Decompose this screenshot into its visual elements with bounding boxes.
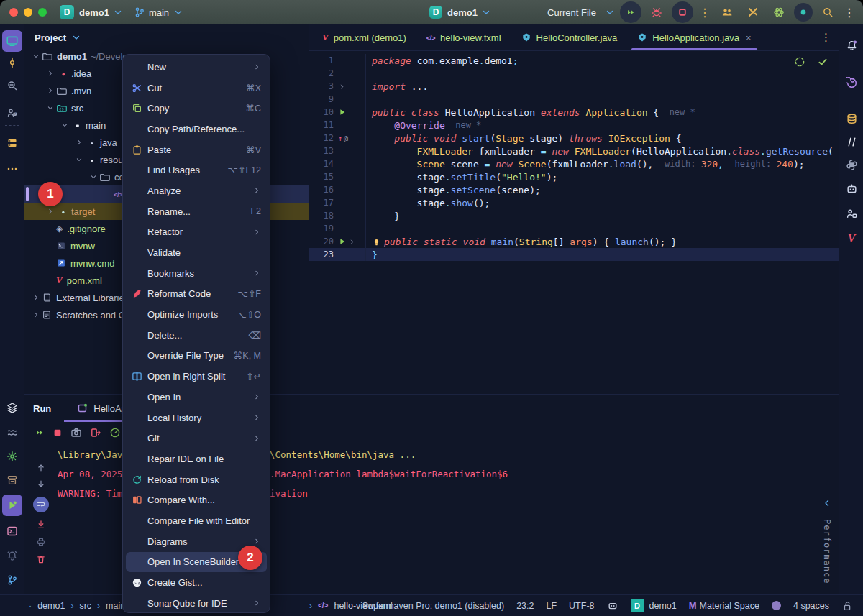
- chevron-right-icon[interactable]: [45, 69, 56, 78]
- stripe-archive-button[interactable]: [1, 469, 24, 491]
- minimize-window-button[interactable]: [24, 8, 32, 17]
- close-window-button[interactable]: [9, 8, 18, 17]
- stripe-usage-people-button[interactable]: ?: [1, 102, 24, 124]
- main-menu-tools-icon[interactable]: [742, 1, 764, 23]
- softwrap-console-button[interactable]: [33, 497, 49, 512]
- menu-item-compare-with[interactable]: Compare With...: [123, 489, 270, 510]
- code-line-20[interactable]: 20public static void main(String[] args)…: [309, 235, 839, 248]
- overrides-gutter-icon[interactable]: ↑: [338, 134, 342, 142]
- menu-item-rename[interactable]: Rename...F2: [123, 201, 270, 222]
- tab-list-icon[interactable]: ⋮: [821, 31, 831, 44]
- code-line-10[interactable]: 10public class HelloApplication extends …: [309, 106, 839, 119]
- stripe-maven-button[interactable]: V: [840, 228, 863, 249]
- stop-button[interactable]: [672, 1, 693, 23]
- intention-bulb-icon[interactable]: [372, 237, 381, 247]
- stripe-supermaven-button[interactable]: [840, 131, 863, 152]
- stripe-ai-assistant-button[interactable]: [840, 72, 863, 93]
- stripe-commit-button[interactable]: [1, 52, 24, 73]
- code-line-9[interactable]: 9: [309, 93, 839, 106]
- code-line-16[interactable]: 16 stage.setScene(scene);: [309, 183, 839, 196]
- menu-item-validate[interactable]: Validate: [123, 242, 270, 263]
- code-line-18[interactable]: 18 }: [309, 209, 839, 222]
- chevron-right-icon[interactable]: [45, 207, 56, 216]
- supermaven-status[interactable]: Supermaven Pro: demo1 (disabled): [362, 601, 504, 611]
- theme-name[interactable]: Material Space: [700, 601, 759, 611]
- stripe-run-button[interactable]: [2, 495, 22, 516]
- menu-item-paste[interactable]: Paste⌘V: [123, 139, 270, 160]
- branch-name[interactable]: main: [149, 7, 169, 18]
- menu-item-reformat-code[interactable]: Reformat Code⌥⇧F: [123, 284, 270, 305]
- close-tab-icon[interactable]: ×: [746, 32, 752, 43]
- code-line-23[interactable]: 23}: [309, 248, 839, 261]
- menu-item-compare-file-with-editor[interactable]: Compare File with Editor: [123, 510, 270, 531]
- code-line-19[interactable]: 19: [309, 222, 839, 235]
- stripe-database-button[interactable]: [840, 108, 863, 129]
- code-line-12[interactable]: 12↑@ public void start(Stage stage) thro…: [309, 132, 839, 144]
- menu-item-bookmarks[interactable]: Bookmarks: [123, 263, 270, 284]
- line-separator[interactable]: LF: [547, 601, 557, 611]
- editor-tab-hellocontroller-java[interactable]: HelloController.java: [511, 24, 628, 50]
- reader-mode-icon[interactable]: [794, 56, 805, 68]
- trash-console-button[interactable]: [36, 554, 46, 564]
- stripe-more-button[interactable]: [1, 158, 24, 180]
- menu-item-open-in[interactable]: Open In: [123, 387, 270, 408]
- search-everywhere-icon[interactable]: [817, 1, 839, 23]
- atom-plugin-icon[interactable]: [768, 1, 790, 23]
- ai-robot-icon[interactable]: [607, 600, 618, 612]
- stripe-notifications-bell-button[interactable]: [840, 35, 863, 56]
- printer-console-button[interactable]: [36, 537, 46, 547]
- code-editor[interactable]: 1package com.example.demo1;23import ...9…: [309, 51, 839, 394]
- code-line-1[interactable]: 1package com.example.demo1;: [309, 54, 839, 67]
- run-gutter-icon[interactable]: [338, 108, 347, 116]
- caret-position[interactable]: 23:2: [516, 601, 534, 611]
- color-dot-icon[interactable]: [772, 601, 781, 610]
- code-line-2[interactable]: 2: [309, 67, 839, 80]
- menu-item-reload-from-disk[interactable]: Reload from Disk: [123, 469, 270, 490]
- stripe-layers-button[interactable]: [1, 397, 24, 418]
- stripe-ai-chat-button[interactable]: [840, 178, 863, 200]
- stripe-code-with-me-button[interactable]: [840, 203, 863, 224]
- menu-item-new[interactable]: New: [123, 57, 270, 78]
- chevron-right-icon[interactable]: [30, 311, 42, 319]
- project-panel-title[interactable]: Project: [35, 32, 66, 43]
- run-config-selector[interactable]: Current File: [547, 7, 596, 18]
- menu-item-open-in-right-split[interactable]: Open in Right Split⇧↵: [123, 366, 270, 387]
- inspections-ok-icon[interactable]: [817, 56, 828, 68]
- stripe-settings-button[interactable]: [1, 446, 24, 467]
- profiler-button[interactable]: [109, 427, 121, 438]
- chevron-right-icon[interactable]: [30, 293, 42, 302]
- indent-setting[interactable]: 4 spaces: [793, 601, 829, 611]
- chevron-down-icon[interactable]: [59, 121, 70, 129]
- stripe-structure-button[interactable]: [1, 132, 24, 154]
- lock-icon[interactable]: [841, 600, 853, 612]
- performance-tab[interactable]: Performance: [822, 519, 832, 584]
- exit-button[interactable]: [90, 427, 101, 438]
- file-encoding[interactable]: UTF-8: [569, 601, 594, 611]
- menu-item-copy-path-reference[interactable]: Copy Path/Reference...: [123, 119, 270, 139]
- editor-tab-hello-view-fxml[interactable]: </>hello-view.fxml: [416, 24, 511, 50]
- fold-arrow-icon[interactable]: [348, 238, 356, 246]
- debug-button[interactable]: [646, 1, 667, 23]
- arrow-down-console-button[interactable]: [36, 479, 46, 489]
- menu-item-find-usages[interactable]: Find Usages⌥⇧F12: [123, 160, 270, 180]
- recording-indicator-icon[interactable]: [794, 3, 813, 22]
- stripe-python-packages-button[interactable]: [840, 154, 863, 175]
- code-line-11[interactable]: 11 @Override new *: [309, 119, 839, 132]
- editor-tab-pom-xml-demo1-[interactable]: Vpom.xml (demo1): [312, 24, 416, 50]
- menu-item-copy[interactable]: Copy⌘C: [123, 98, 270, 119]
- menu-item-delete[interactable]: Delete...⌫: [123, 325, 270, 346]
- window-options-icon[interactable]: ⋮: [843, 1, 856, 23]
- menu-item-sonarqube-for-ide[interactable]: SonarQube for IDE: [123, 593, 270, 613]
- more-run-actions-icon[interactable]: ⋮: [698, 1, 712, 23]
- chevron-down-icon[interactable]: [73, 155, 85, 164]
- menu-item-refactor[interactable]: Refactor: [123, 222, 270, 243]
- breadcrumb-segment[interactable]: src: [79, 601, 91, 611]
- menu-item-cut[interactable]: Cut⌘X: [123, 78, 270, 98]
- code-line-13[interactable]: 13 FXMLLoader fxmlLoader = new FXMLLoade…: [309, 144, 839, 157]
- collapse-performance-icon[interactable]: [821, 497, 833, 509]
- code-line-14[interactable]: 14 Scene scene = new Scene(fxmlLoader.lo…: [309, 157, 839, 170]
- stripe-terminal-button[interactable]: [1, 520, 24, 542]
- scroll-end-console-button[interactable]: [36, 520, 46, 530]
- chevron-down-icon[interactable]: [45, 104, 56, 112]
- rerun-button[interactable]: [35, 428, 45, 438]
